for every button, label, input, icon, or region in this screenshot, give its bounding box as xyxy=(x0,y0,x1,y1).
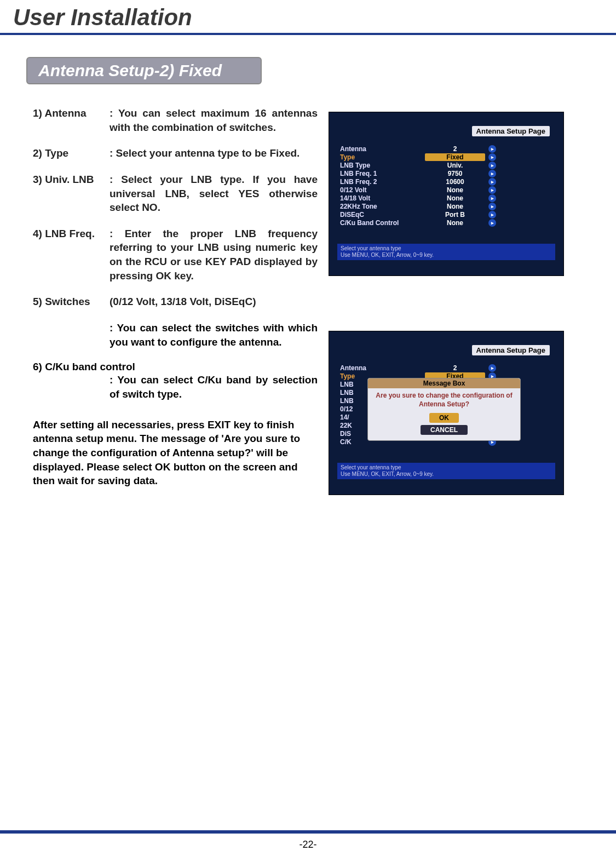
menu-value: None xyxy=(425,203,485,210)
switches-label: 5) Switches xyxy=(33,295,110,309)
section-title: Antenna Setup-2) Fixed xyxy=(26,57,262,84)
arrow-icon[interactable]: ▸ xyxy=(488,153,496,161)
definition-desc: : Select your LNB type. If you have univ… xyxy=(110,173,318,215)
msgbox-title: Message Box xyxy=(368,378,520,388)
arrow-icon[interactable]: ▸ xyxy=(488,219,496,227)
menu-label: DiSEqC xyxy=(340,211,425,219)
screen1-hint-line1: Select your antenna type xyxy=(341,245,552,252)
menu-label: C/Ku Band Control xyxy=(340,219,425,227)
switches-heading: (0/12 Volt, 13/18 Volt, DiSEqC) xyxy=(110,295,318,309)
page-title: User Installation xyxy=(13,4,616,31)
cku-desc: : You can select C/Ku band by selection … xyxy=(110,373,318,401)
definition-row: 4) LNB Freq.: Enter the proper LNB frequ… xyxy=(33,227,318,283)
menu-row[interactable]: LNB Freq. 19750▸ xyxy=(340,170,555,177)
switches-desc: : You can select the switches with which… xyxy=(110,321,318,349)
page-number: -22- xyxy=(299,839,316,850)
menu-row[interactable]: Antenna2▸ xyxy=(340,364,555,372)
menu-value: Fixed xyxy=(425,153,485,161)
screen2-title: Antenna Setup Page xyxy=(472,345,550,355)
arrow-icon[interactable]: ▸ xyxy=(488,203,496,210)
definition-label: 4) LNB Freq. xyxy=(33,227,110,283)
menu-row[interactable]: 0/12 VoltNone▸ xyxy=(340,186,555,194)
definition-row: 2) Type: Select your antenna type to be … xyxy=(33,146,318,160)
screenshot-2: Antenna Setup Page Antenna2▸TypeFixed▸LN… xyxy=(329,331,564,495)
arrow-icon[interactable]: ▸ xyxy=(488,162,496,169)
arrow-icon[interactable]: ▸ xyxy=(488,364,496,372)
menu-value: None xyxy=(425,219,485,227)
menu-label: 0/12 Volt xyxy=(340,186,425,194)
menu-value: Univ. xyxy=(425,162,485,169)
definition-row: 3) Univ. LNB: Select your LNB type. If y… xyxy=(33,173,318,215)
menu-label: Type xyxy=(340,153,425,161)
arrow-icon[interactable]: ▸ xyxy=(488,186,496,194)
arrow-icon[interactable]: ▸ xyxy=(488,194,496,202)
content-wrap: 1) Antenna: You can select maximum 16 an… xyxy=(0,106,616,495)
definition-desc: : Enter the proper LNB frequency referri… xyxy=(110,227,318,283)
arrow-icon[interactable]: ▸ xyxy=(488,211,496,219)
definition-label: 1) Antenna xyxy=(33,106,110,134)
menu-row[interactable]: TypeFixed▸ xyxy=(340,153,555,161)
menu-row[interactable]: 14/18 VoltNone▸ xyxy=(340,194,555,202)
switches-row: 5) Switches (0/12 Volt, 13/18 Volt, DiSE… xyxy=(33,295,318,309)
menu-label: Antenna xyxy=(340,145,425,153)
menu-label: LNB Freq. 2 xyxy=(340,178,425,186)
screen1-title: Antenna Setup Page xyxy=(472,126,550,136)
ok-button[interactable]: OK xyxy=(429,413,459,423)
cancel-button[interactable]: CANCEL xyxy=(421,425,468,435)
definition-label: 3) Univ. LNB xyxy=(33,173,110,215)
after-text: After setting all necessaries, press EXI… xyxy=(33,418,318,488)
menu-value: 2 xyxy=(425,145,485,153)
page-header: User Installation xyxy=(0,0,616,35)
cku-label: 6) C/Ku band control xyxy=(33,361,318,373)
menu-value: 2 xyxy=(425,364,485,372)
page-footer: -22- xyxy=(0,830,616,856)
section-title-box: Antenna Setup-2) Fixed xyxy=(26,57,616,84)
menu-row[interactable]: C/Ku Band ControlNone▸ xyxy=(340,219,555,227)
menu-value: None xyxy=(425,194,485,202)
menu-label: Antenna xyxy=(340,364,425,372)
menu-row[interactable]: 22KHz ToneNone▸ xyxy=(340,203,555,210)
arrow-icon[interactable]: ▸ xyxy=(488,145,496,153)
arrow-icon[interactable]: ▸ xyxy=(488,178,496,186)
menu-value: 10600 xyxy=(425,178,485,186)
screen2-hint: Select your antenna type Use MENU, OK, E… xyxy=(337,463,555,479)
screen1-hint-line2: Use MENU, OK, EXIT, Arrow, 0~9 key. xyxy=(341,252,552,258)
menu-label: LNB Freq. 1 xyxy=(340,170,425,177)
menu-value: Port B xyxy=(425,211,485,219)
definition-desc: : Select your antenna type to be Fixed. xyxy=(110,146,318,160)
menu-row[interactable]: LNB Freq. 210600▸ xyxy=(340,178,555,186)
screen2-hint-line2: Use MENU, OK, EXIT, Arrow, 0~9 key. xyxy=(341,471,552,478)
screen2-hint-line1: Select your antenna type xyxy=(341,464,552,471)
screen1-hint: Select your antenna type Use MENU, OK, E… xyxy=(337,244,555,260)
menu-label: 14/18 Volt xyxy=(340,194,425,202)
msgbox-text: Are you sure to change the configuration… xyxy=(368,388,520,412)
screenshot-1: Antenna Setup Page Antenna2▸TypeFixed▸LN… xyxy=(329,112,564,276)
menu-row[interactable]: LNB TypeUniv.▸ xyxy=(340,162,555,169)
message-box: Message Box Are you sure to change the c… xyxy=(367,378,521,441)
definition-desc: : You can select maximum 16 antennas wit… xyxy=(110,106,318,134)
menu-row[interactable]: Antenna2▸ xyxy=(340,145,555,153)
definition-row: 1) Antenna: You can select maximum 16 an… xyxy=(33,106,318,134)
menu-value: None xyxy=(425,186,485,194)
definition-label: 2) Type xyxy=(33,146,110,160)
menu-label: 22KHz Tone xyxy=(340,203,425,210)
arrow-icon[interactable]: ▸ xyxy=(488,170,496,177)
menu-label: LNB Type xyxy=(340,162,425,169)
right-column: Antenna Setup Page Antenna2▸TypeFixed▸LN… xyxy=(329,106,564,495)
menu-value: 9750 xyxy=(425,170,485,177)
left-column: 1) Antenna: You can select maximum 16 an… xyxy=(33,106,318,495)
menu-row[interactable]: DiSEqCPort B▸ xyxy=(340,211,555,219)
